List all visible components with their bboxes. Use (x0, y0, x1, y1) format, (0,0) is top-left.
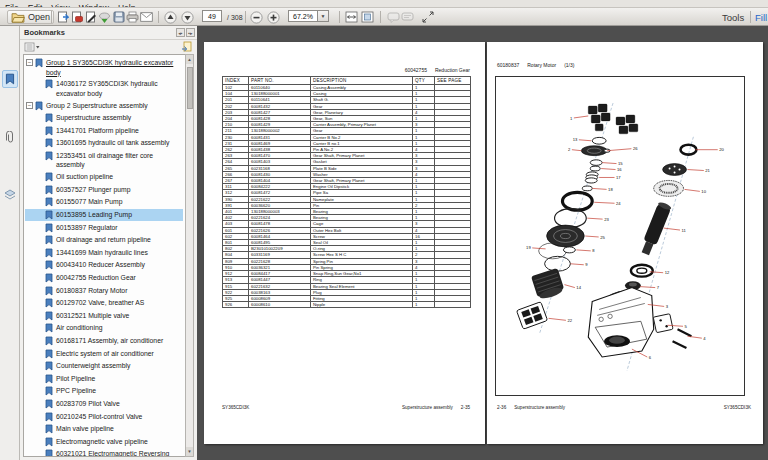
bookmarks-scrollbar[interactable]: ▲ ▼ (185, 54, 194, 457)
bookmark-item[interactable]: Pilot Pipeline (25, 372, 183, 385)
bookmark-item[interactable]: Air conditioning (25, 322, 183, 335)
scroll-down-icon[interactable]: ▼ (186, 447, 193, 456)
page-right-header: 60180837Rotary Motor(1/3) (497, 62, 574, 68)
save-as-icon[interactable] (55, 10, 70, 24)
collapse-toggle-icon[interactable]: − (26, 102, 33, 109)
bookmark-item[interactable]: 60153895 Leading Pump (25, 209, 183, 222)
parts-table-header-row: INDEXPART NO.DESCRIPTIONQTYSEE PAGE (223, 77, 471, 85)
bookmark-group[interactable]: −Group 2 Superstructure assembly (25, 99, 183, 112)
scroll-thumb[interactable] (187, 67, 193, 109)
bookmark-item[interactable]: 60042755 Reduction Gear (25, 272, 183, 285)
bookmark-item[interactable]: Oil suction pipeline (25, 171, 183, 184)
bookmark-item[interactable]: 14036172 SY365CDI3K hydraulic excavator … (25, 78, 183, 99)
bookmark-item[interactable]: Electromagnetic valve pipeline (25, 435, 183, 448)
bookmark-icon (35, 101, 43, 111)
callout-line (684, 189, 699, 191)
fit-page-icon[interactable] (360, 10, 375, 24)
bookmark-item[interactable]: Main valve pipeline (25, 423, 183, 436)
bookmark-item[interactable]: Electric system of air conditioner (25, 347, 183, 360)
callout-number: 24 (616, 201, 621, 206)
bookmark-item[interactable]: Counterweight assembly (25, 360, 183, 373)
fit-width-icon[interactable] (344, 10, 359, 24)
callout-line (594, 202, 614, 203)
document-area[interactable]: 60042755Reduction Gear INDEXPART NO.DESC… (197, 26, 768, 460)
bookmark-item[interactable]: 60312521 Multiple valve (25, 309, 183, 322)
bookmark-item[interactable]: 60283709 Pilot Valve (25, 398, 183, 411)
bookmark-label: 60283709 Pilot Valve (56, 399, 120, 408)
sign-pen-icon[interactable] (83, 10, 98, 24)
bookmark-item[interactable]: 60155077 Main Pump (25, 196, 183, 209)
column-header: PART NO. (249, 77, 311, 85)
bookmark-item[interactable]: Oil drainage and return pipeline (25, 234, 183, 247)
bookmark-item[interactable]: 60153897 Regulator (25, 221, 183, 234)
print-icon[interactable] (125, 10, 140, 24)
panel-collapse-icon[interactable]: ◂▪ (176, 28, 185, 37)
zoom-in-icon[interactable] (266, 10, 281, 24)
bookmark-item[interactable]: PPC Pipeline (25, 385, 183, 398)
zoom-dropdown-icon[interactable]: ▼ (318, 10, 329, 22)
bookmark-item[interactable]: 13601695 hydraulic oil tank assembly (25, 137, 183, 150)
bookmark-item[interactable]: 60129702 Valve, breather AS (25, 297, 183, 310)
bookmark-label: 60321021 Electromagnetic Reversing Valve (56, 449, 183, 457)
callout-line (572, 150, 581, 151)
bookmark-item[interactable]: 60180837 Rotary Motor (25, 284, 183, 297)
bookmark-label: 12353451 oil drainage filter core assemb… (56, 151, 183, 170)
bookmark-group[interactable]: −Group 1 SY365CDI3K hydraulic excavator … (25, 57, 183, 78)
page-left-header: 60042755Reduction Gear (405, 67, 470, 73)
footer-page-number: 2-36 (497, 405, 506, 410)
comment-list-icon[interactable] (400, 10, 415, 24)
fullscreen-icon[interactable] (420, 10, 435, 24)
bookmark-item[interactable]: 60357527 Plunger pump (25, 184, 183, 197)
bookmark-label: Group 2 Superstructure assembly (46, 101, 148, 110)
layers-icon[interactable] (2, 186, 18, 204)
fill-sign-button[interactable]: Fill & (755, 10, 768, 24)
attachments-icon[interactable] (2, 128, 18, 146)
open-button[interactable]: Open (7, 10, 54, 24)
bookmark-icon (45, 138, 53, 148)
bookmark-icon (45, 437, 53, 447)
export-red-icon[interactable] (69, 10, 84, 24)
page-up-icon[interactable] (163, 10, 178, 24)
page-number-input[interactable] (202, 10, 222, 22)
bookmark-icon (45, 151, 53, 161)
bookmark-item[interactable]: 12353451 oil drainage filter core assemb… (25, 150, 183, 171)
page-left: 60042755Reduction Gear INDEXPART NO.DESC… (204, 42, 485, 444)
footer-section-label: Superstructure assembly (514, 405, 565, 410)
zoom-out-icon[interactable] (249, 10, 264, 24)
email-icon[interactable] (139, 10, 154, 24)
bookmark-item[interactable]: Superstructure assembly (25, 112, 183, 125)
callout-number: 9 (585, 262, 588, 267)
collapse-toggle-icon[interactable]: − (26, 59, 33, 66)
cloud-upload-icon[interactable] (97, 10, 112, 24)
pdf-reader-window: FileEditViewWindowHelp Open / 308 67.2% … (0, 0, 768, 460)
callout-line (570, 264, 583, 265)
bookmark-item[interactable]: 60210245 Pilot-control Valve (25, 410, 183, 423)
column-header: SEE PAGE (435, 77, 471, 85)
page-down-icon[interactable] (180, 10, 195, 24)
callout-number: 11 (682, 228, 687, 233)
bookmarks-icon[interactable] (2, 70, 18, 88)
bookmark-item[interactable]: 13441699 Main hydraulic lines (25, 247, 183, 260)
save-disk-icon[interactable] (111, 10, 126, 24)
part-title: Reduction Gear (435, 67, 470, 73)
bookmark-icon (45, 286, 53, 296)
callout-number: 15 (618, 161, 623, 166)
bookmark-item[interactable]: 13441701 Platform pipeline (25, 125, 183, 138)
bookmark-icon (45, 126, 53, 136)
zoom-level-value[interactable]: 67.2% (288, 10, 318, 22)
panel-expand-icon[interactable]: ▪▸ (186, 28, 195, 37)
callout-line (574, 116, 588, 118)
bookmark-label: 60155077 Main Pump (56, 197, 123, 206)
bookmark-item[interactable]: 60168171 Assembly, air conditioner (25, 335, 183, 348)
bookmark-item[interactable]: 60043410 Reducer Assembly (25, 259, 183, 272)
bookmark-icon (45, 323, 53, 333)
bookmark-label: Air conditioning (56, 323, 102, 332)
callout-line (564, 285, 574, 288)
scroll-up-icon[interactable]: ▲ (186, 55, 193, 64)
bookmark-label: Counterweight assembly (56, 361, 130, 370)
page-right-footer-model: SY365CDI3K (724, 405, 751, 410)
comment-icon[interactable] (386, 10, 401, 24)
tools-button[interactable]: Tools (722, 10, 744, 24)
bookmark-item[interactable]: 60321021 Electromagnetic Reversing Valve (25, 448, 183, 457)
footer-page-number: 2-35 (461, 405, 470, 410)
